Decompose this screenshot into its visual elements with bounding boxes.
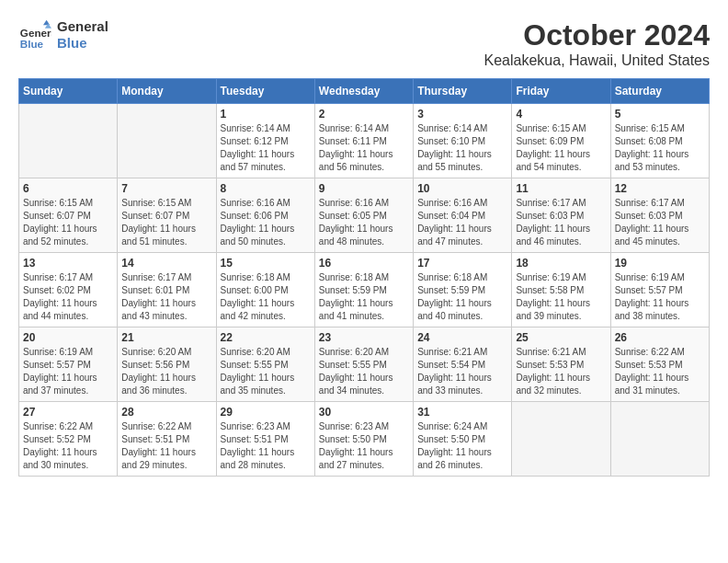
- day-cell: 24Sunrise: 6:21 AM Sunset: 5:54 PM Dayli…: [414, 327, 512, 402]
- day-cell: 7Sunrise: 6:15 AM Sunset: 6:07 PM Daylig…: [118, 178, 216, 253]
- day-cell: 4Sunrise: 6:15 AM Sunset: 6:09 PM Daylig…: [512, 104, 610, 178]
- page-subtitle: Kealakekua, Hawaii, United States: [484, 52, 710, 69]
- day-cell: [118, 104, 216, 178]
- day-info: Sunrise: 6:14 AM Sunset: 6:11 PM Dayligh…: [319, 122, 409, 174]
- day-number: 23: [319, 331, 409, 344]
- day-cell: 25Sunrise: 6:21 AM Sunset: 5:53 PM Dayli…: [512, 327, 610, 402]
- header-day-tuesday: Tuesday: [216, 79, 314, 104]
- day-cell: 12Sunrise: 6:17 AM Sunset: 6:03 PM Dayli…: [610, 178, 709, 253]
- day-number: 28: [121, 406, 211, 419]
- day-number: 17: [417, 257, 507, 270]
- day-number: 5: [615, 108, 705, 121]
- day-cell: 13Sunrise: 6:17 AM Sunset: 6:02 PM Dayli…: [19, 253, 118, 327]
- header-day-wednesday: Wednesday: [314, 79, 413, 104]
- day-cell: 1Sunrise: 6:14 AM Sunset: 6:12 PM Daylig…: [216, 104, 314, 178]
- day-cell: 20Sunrise: 6:19 AM Sunset: 5:57 PM Dayli…: [19, 327, 118, 402]
- day-info: Sunrise: 6:15 AM Sunset: 6:09 PM Dayligh…: [516, 122, 606, 174]
- day-info: Sunrise: 6:20 AM Sunset: 5:56 PM Dayligh…: [121, 346, 211, 397]
- day-info: Sunrise: 6:23 AM Sunset: 5:51 PM Dayligh…: [221, 420, 311, 472]
- week-row-3: 13Sunrise: 6:17 AM Sunset: 6:02 PM Dayli…: [19, 253, 710, 327]
- day-cell: [19, 104, 118, 178]
- day-info: Sunrise: 6:22 AM Sunset: 5:51 PM Dayligh…: [121, 420, 211, 472]
- day-number: 12: [615, 182, 705, 195]
- day-cell: 9Sunrise: 6:16 AM Sunset: 6:05 PM Daylig…: [314, 178, 413, 253]
- day-number: 25: [516, 331, 606, 344]
- day-number: 26: [615, 331, 705, 344]
- logo-icon: General Blue: [18, 18, 51, 52]
- day-number: 3: [417, 108, 507, 121]
- day-info: Sunrise: 6:21 AM Sunset: 5:54 PM Dayligh…: [417, 346, 507, 397]
- day-cell: 16Sunrise: 6:18 AM Sunset: 5:59 PM Dayli…: [314, 253, 413, 327]
- day-number: 27: [23, 406, 113, 419]
- day-number: 30: [319, 406, 409, 419]
- page-title: October 2024: [484, 18, 710, 52]
- day-info: Sunrise: 6:19 AM Sunset: 5:57 PM Dayligh…: [615, 271, 705, 323]
- day-cell: 22Sunrise: 6:20 AM Sunset: 5:55 PM Dayli…: [216, 327, 314, 402]
- day-number: 31: [417, 406, 507, 419]
- header-day-friday: Friday: [512, 79, 610, 104]
- week-row-2: 6Sunrise: 6:15 AM Sunset: 6:07 PM Daylig…: [19, 178, 710, 253]
- header-day-saturday: Saturday: [610, 79, 709, 104]
- day-cell: 21Sunrise: 6:20 AM Sunset: 5:56 PM Dayli…: [118, 327, 216, 402]
- logo: General Blue General Blue: [18, 18, 108, 52]
- day-info: Sunrise: 6:17 AM Sunset: 6:03 PM Dayligh…: [615, 197, 705, 248]
- day-cell: 18Sunrise: 6:19 AM Sunset: 5:58 PM Dayli…: [512, 253, 610, 327]
- week-row-1: 1Sunrise: 6:14 AM Sunset: 6:12 PM Daylig…: [19, 104, 710, 178]
- day-cell: [610, 402, 709, 477]
- svg-text:Blue: Blue: [20, 38, 44, 50]
- day-cell: 6Sunrise: 6:15 AM Sunset: 6:07 PM Daylig…: [19, 178, 118, 253]
- day-number: 24: [417, 331, 507, 344]
- day-cell: 31Sunrise: 6:24 AM Sunset: 5:50 PM Dayli…: [414, 402, 512, 477]
- page-header: General Blue General Blue October 2024 K…: [18, 18, 710, 69]
- day-number: 15: [221, 257, 311, 270]
- title-block: October 2024 Kealakekua, Hawaii, United …: [484, 18, 710, 69]
- day-cell: 30Sunrise: 6:23 AM Sunset: 5:50 PM Dayli…: [314, 402, 413, 477]
- day-cell: 11Sunrise: 6:17 AM Sunset: 6:03 PM Dayli…: [512, 178, 610, 253]
- header-day-sunday: Sunday: [19, 79, 118, 104]
- day-number: 4: [516, 108, 606, 121]
- day-info: Sunrise: 6:17 AM Sunset: 6:02 PM Dayligh…: [23, 271, 113, 323]
- day-info: Sunrise: 6:14 AM Sunset: 6:12 PM Dayligh…: [221, 122, 311, 174]
- day-number: 1: [221, 108, 311, 121]
- day-cell: 10Sunrise: 6:16 AM Sunset: 6:04 PM Dayli…: [414, 178, 512, 253]
- day-cell: 19Sunrise: 6:19 AM Sunset: 5:57 PM Dayli…: [610, 253, 709, 327]
- day-info: Sunrise: 6:18 AM Sunset: 6:00 PM Dayligh…: [221, 271, 311, 323]
- day-info: Sunrise: 6:24 AM Sunset: 5:50 PM Dayligh…: [417, 420, 507, 472]
- logo-blue: Blue: [57, 35, 108, 52]
- day-info: Sunrise: 6:19 AM Sunset: 5:58 PM Dayligh…: [516, 271, 606, 323]
- day-number: 22: [221, 331, 311, 344]
- day-cell: 17Sunrise: 6:18 AM Sunset: 5:59 PM Dayli…: [414, 253, 512, 327]
- day-cell: 14Sunrise: 6:17 AM Sunset: 6:01 PM Dayli…: [118, 253, 216, 327]
- day-info: Sunrise: 6:19 AM Sunset: 5:57 PM Dayligh…: [23, 346, 113, 397]
- day-info: Sunrise: 6:17 AM Sunset: 6:01 PM Dayligh…: [121, 271, 211, 323]
- day-info: Sunrise: 6:15 AM Sunset: 6:07 PM Dayligh…: [121, 197, 211, 248]
- day-info: Sunrise: 6:16 AM Sunset: 6:04 PM Dayligh…: [417, 197, 507, 248]
- day-number: 19: [615, 257, 705, 270]
- day-number: 16: [319, 257, 409, 270]
- day-number: 11: [516, 182, 606, 195]
- logo-general: General: [57, 18, 108, 35]
- day-cell: 3Sunrise: 6:14 AM Sunset: 6:10 PM Daylig…: [414, 104, 512, 178]
- header-day-thursday: Thursday: [414, 79, 512, 104]
- day-info: Sunrise: 6:15 AM Sunset: 6:07 PM Dayligh…: [23, 197, 113, 248]
- day-cell: 8Sunrise: 6:16 AM Sunset: 6:06 PM Daylig…: [216, 178, 314, 253]
- day-info: Sunrise: 6:20 AM Sunset: 5:55 PM Dayligh…: [221, 346, 311, 397]
- day-info: Sunrise: 6:22 AM Sunset: 5:52 PM Dayligh…: [23, 420, 113, 472]
- day-number: 29: [221, 406, 311, 419]
- header-row: SundayMondayTuesdayWednesdayThursdayFrid…: [19, 79, 710, 104]
- day-info: Sunrise: 6:21 AM Sunset: 5:53 PM Dayligh…: [516, 346, 606, 397]
- day-number: 9: [319, 182, 409, 195]
- day-cell: 27Sunrise: 6:22 AM Sunset: 5:52 PM Dayli…: [19, 402, 118, 477]
- day-info: Sunrise: 6:18 AM Sunset: 5:59 PM Dayligh…: [319, 271, 409, 323]
- day-info: Sunrise: 6:17 AM Sunset: 6:03 PM Dayligh…: [516, 197, 606, 248]
- day-info: Sunrise: 6:15 AM Sunset: 6:08 PM Dayligh…: [615, 122, 705, 174]
- day-info: Sunrise: 6:22 AM Sunset: 5:53 PM Dayligh…: [615, 346, 705, 397]
- day-cell: 29Sunrise: 6:23 AM Sunset: 5:51 PM Dayli…: [216, 402, 314, 477]
- day-cell: 5Sunrise: 6:15 AM Sunset: 6:08 PM Daylig…: [610, 104, 709, 178]
- day-info: Sunrise: 6:16 AM Sunset: 6:05 PM Dayligh…: [319, 197, 409, 248]
- day-number: 6: [23, 182, 113, 195]
- day-info: Sunrise: 6:14 AM Sunset: 6:10 PM Dayligh…: [417, 122, 507, 174]
- svg-marker-2: [43, 20, 50, 25]
- week-row-4: 20Sunrise: 6:19 AM Sunset: 5:57 PM Dayli…: [19, 327, 710, 402]
- day-number: 14: [121, 257, 211, 270]
